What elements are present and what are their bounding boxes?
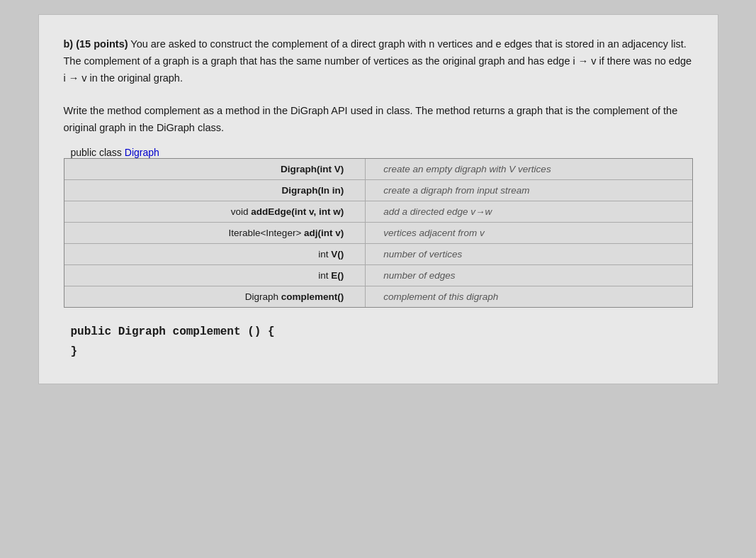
code-line-1: public Digraph complement () {	[71, 322, 693, 342]
method-signature: adj(int v)	[304, 228, 344, 238]
method-signature: E()	[331, 270, 344, 281]
method-cell: int V()	[64, 243, 366, 264]
description-cell: vertices adjacent from v	[366, 222, 692, 243]
problem-description: b) (15 points) You are asked to construc…	[64, 36, 693, 87]
write-instruction: Write the method complement as a method …	[64, 103, 693, 137]
method-cell: Iterable<Integer> adj(int v)	[64, 222, 366, 243]
return-type: int	[318, 249, 331, 260]
api-table-wrapper: Digraph(int V)create an empty digraph wi…	[64, 158, 693, 308]
part-label: b) (15 points)	[64, 38, 128, 50]
method-cell: Digraph complement()	[64, 286, 366, 307]
api-table: Digraph(int V)create an empty digraph wi…	[64, 159, 692, 307]
description-cell: number of edges	[366, 264, 692, 286]
table-row: Digraph(In in)create a digraph from inpu…	[64, 179, 692, 201]
page-container: b) (15 points) You are asked to construc…	[0, 0, 756, 558]
method-signature: Digraph(In in)	[282, 185, 344, 196]
method-signature: V()	[331, 249, 344, 260]
table-row: Digraph complement()complement of this d…	[64, 286, 692, 307]
table-row: Digraph(int V)create an empty digraph wi…	[64, 159, 692, 180]
code-section: public Digraph complement () { }	[64, 322, 693, 363]
return-type: Iterable<Integer>	[228, 228, 304, 238]
method-cell: void addEdge(int v, int w)	[64, 201, 366, 222]
description-cell: complement of this digraph	[366, 286, 692, 307]
description-cell: create a digraph from input stream	[366, 179, 692, 201]
method-signature: addEdge(int v, int w)	[251, 206, 344, 217]
table-row: int V()number of vertices	[64, 243, 692, 264]
table-row: void addEdge(int v, int w)add a directed…	[64, 201, 692, 222]
method-signature: complement()	[281, 291, 344, 302]
table-row: int E()number of edges	[64, 264, 692, 286]
method-signature: Digraph(int V)	[281, 164, 344, 174]
content-card: b) (15 points) You are asked to construc…	[38, 14, 718, 384]
return-type: Digraph	[245, 291, 281, 302]
part-text: You are asked to construct the complemen…	[64, 38, 692, 84]
description-cell: create an empty digraph with V vertices	[366, 159, 692, 180]
class-declaration: public class Digraph	[64, 147, 693, 158]
method-cell: int E()	[64, 264, 366, 286]
class-keyword: public class	[71, 147, 122, 158]
description-cell: number of vertices	[366, 243, 692, 264]
description-cell: add a directed edge v→w	[366, 201, 692, 222]
return-type: void	[231, 206, 252, 217]
method-cell: Digraph(In in)	[64, 179, 366, 201]
class-name: Digraph	[125, 147, 159, 158]
code-line-2: }	[71, 342, 693, 362]
return-type: int	[318, 270, 331, 281]
table-row: Iterable<Integer> adj(int v)vertices adj…	[64, 222, 692, 243]
method-cell: Digraph(int V)	[64, 159, 366, 180]
